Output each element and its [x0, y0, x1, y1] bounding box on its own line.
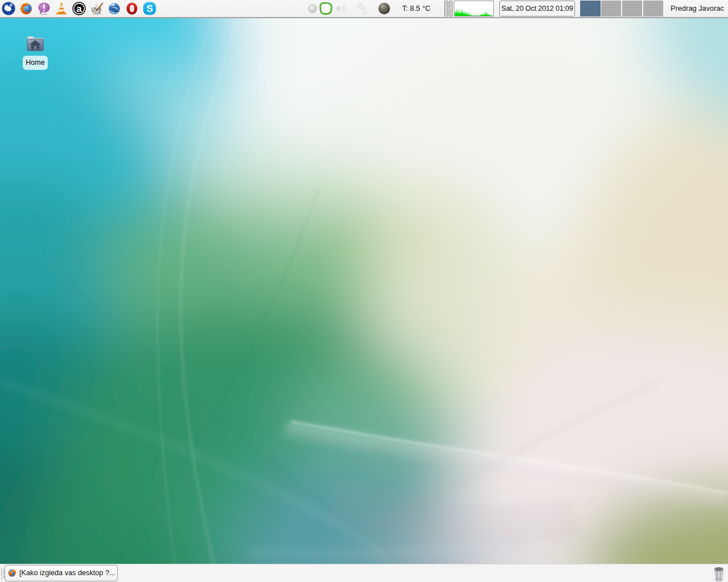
svg-text:S: S [147, 3, 153, 14]
svg-text:a: a [76, 3, 82, 14]
